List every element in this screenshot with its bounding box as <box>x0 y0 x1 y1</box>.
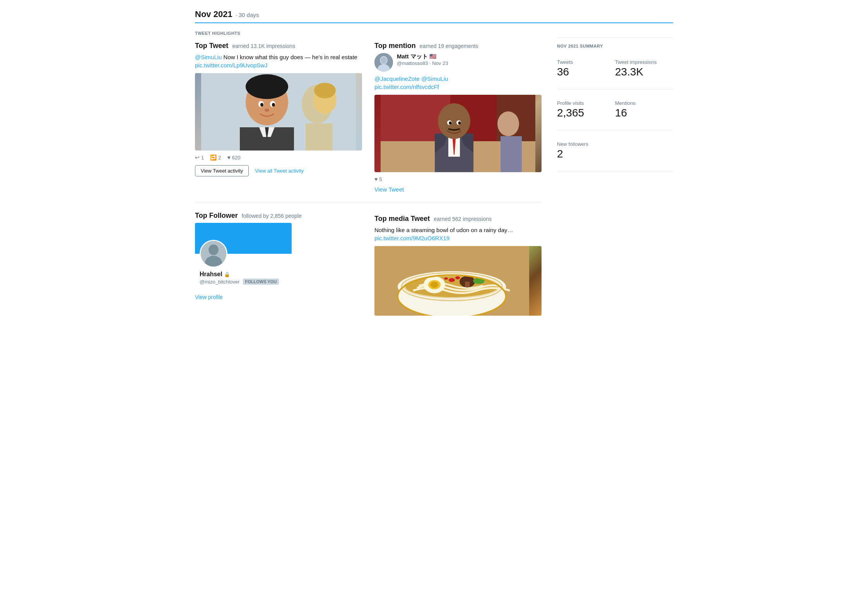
mention-tweet-stats: ♥ 5 <box>374 176 542 182</box>
mention-info: Matt マット 🇺🇸 @mattosso83 · Nov 23 <box>397 53 542 66</box>
follower-card-section: Hrahsel 🔒 @mizo_bitchlover FOLLOWS YOU <box>195 223 362 289</box>
top-media-impressions: earned 562 impressions <box>434 216 492 222</box>
top-follower-label: Top Follower <box>195 212 238 219</box>
stats-divider-2 <box>557 130 673 130</box>
main-layout: TWEET HIGHLIGHTS Top Tweet earned 13.1K … <box>195 31 673 316</box>
follower-avatar <box>200 240 227 268</box>
follower-avatar-wrap <box>200 240 287 268</box>
top-mention-block: Top mention earned 19 engagements <box>374 42 542 193</box>
right-sidebar: NOV 2021 SUMMARY Tweets 36 Tweet impress… <box>557 31 673 316</box>
top-media-image-link[interactable]: pic.twitter.com/9M2uO6RX19 <box>374 235 449 241</box>
top-media-header: Top media Tweet earned 562 impressions <box>374 215 542 223</box>
tweets-value: 36 <box>557 66 615 78</box>
mention-image-link[interactable]: pic.twitter.com/nlfsvcdcFf <box>374 84 439 90</box>
svg-point-14 <box>314 83 336 98</box>
left-column: TWEET HIGHLIGHTS Top Tweet earned 13.1K … <box>195 31 542 316</box>
view-profile-link[interactable]: View profile <box>195 294 223 300</box>
mentions-label: Mentions <box>615 100 673 106</box>
page-subtitle: · 30 days <box>236 12 259 18</box>
highlights-section-label: TWEET HIGHLIGHTS <box>195 31 542 36</box>
mention-date: · Nov 23 <box>429 60 448 66</box>
top-media-image <box>374 246 542 316</box>
bottom-highlights-grid: Top Follower followed by 2,856 people <box>195 212 542 316</box>
lock-icon: 🔒 <box>224 272 230 277</box>
sidebar-top-divider <box>557 37 673 38</box>
mention-handle-date: @mattosso83 · Nov 23 <box>397 60 542 66</box>
top-mention-engagements: earned 19 engagements <box>420 43 478 49</box>
mention-jacqueline-link[interactable]: @JacquelineZote <box>374 75 420 82</box>
top-tweet-mention-link[interactable]: @SimuLiu <box>195 54 222 60</box>
mention-author-name: Matt マット 🇺🇸 <box>397 53 542 60</box>
svg-rect-47 <box>465 282 470 287</box>
mention-tweet-image <box>374 95 542 172</box>
mention-likes-stat: ♥ 5 <box>374 176 382 182</box>
follows-you-badge: FOLLOWS YOU <box>243 279 279 285</box>
svg-point-4 <box>246 74 288 99</box>
mention-like-icon: ♥ <box>374 176 378 182</box>
svg-point-45 <box>431 282 438 288</box>
reply-icon: ↩ <box>195 154 200 161</box>
highlights-divider <box>195 202 542 202</box>
mention-simu-link[interactable]: @SimuLiu <box>421 75 448 82</box>
mentions-stat-cell: Mentions 16 <box>615 96 673 124</box>
top-mention-label: Top mention <box>374 42 416 50</box>
like-icon: ♥ <box>227 154 230 161</box>
svg-rect-34 <box>501 136 522 172</box>
top-tweet-image-link[interactable]: pic.twitter.com/Lp9UvopSwJ <box>195 62 268 68</box>
retweet-icon: 🔁 <box>210 154 217 161</box>
profile-visits-label: Profile visits <box>557 100 615 106</box>
follower-display-name: Hrahsel <box>200 271 222 278</box>
tweet-replies-count: 1 <box>201 155 204 161</box>
mention-avatar-img <box>374 53 393 72</box>
view-tweet-link[interactable]: View Tweet <box>374 186 404 193</box>
mention-avatar-svg <box>374 53 393 72</box>
highlights-grid: Top Tweet earned 13.1K impressions @Simu… <box>195 42 542 193</box>
follower-name: Hrahsel 🔒 <box>200 271 287 278</box>
tweet-likes-count: 620 <box>232 155 241 161</box>
top-tweet-body: Now I know what this guy does — he's in … <box>222 54 357 60</box>
follower-card: Hrahsel 🔒 @mizo_bitchlover FOLLOWS YOU <box>195 223 292 289</box>
new-followers-stat-cell: New followers 2 <box>557 137 673 165</box>
sidebar-section-label: NOV 2021 SUMMARY <box>557 44 673 48</box>
page-container: Nov 2021 · 30 days TWEET HIGHLIGHTS Top … <box>183 0 685 325</box>
mention-tweet-text: @JacquelineZote @SimuLiu pic.twitter.com… <box>374 75 542 91</box>
top-follower-header: Top Follower followed by 2,856 people <box>195 212 362 220</box>
follower-body: Hrahsel 🔒 @mizo_bitchlover FOLLOWS YOU <box>195 240 292 289</box>
svg-point-36 <box>208 244 219 255</box>
top-tweet-impressions: earned 13.1K impressions <box>232 43 296 49</box>
tweet-retweets-stat: 🔁 2 <box>210 154 221 161</box>
page-title: Nov 2021 <box>195 9 232 19</box>
top-media-label: Top media Tweet <box>374 215 430 222</box>
udon-svg <box>374 246 529 316</box>
tweets-stat-cell: Tweets 36 <box>557 55 615 83</box>
view-tweet-activity-button[interactable]: View Tweet activity <box>195 165 249 176</box>
mention-image-svg <box>381 95 535 172</box>
follower-avatar-inner <box>201 241 226 267</box>
view-all-tweet-activity-link[interactable]: View all Tweet activity <box>255 168 304 174</box>
svg-point-10 <box>260 103 263 107</box>
svg-point-49 <box>455 276 460 279</box>
top-follower-block: Top Follower followed by 2,856 people <box>195 212 362 316</box>
mention-handle: @mattosso83 <box>397 60 428 66</box>
profile-visits-value: 2,365 <box>557 107 615 119</box>
top-tweet-image <box>195 73 362 150</box>
top-tweet-stats: ↩ 1 🔁 2 ♥ 620 <box>195 154 362 161</box>
svg-point-31 <box>449 121 452 125</box>
top-tweet-block: Top Tweet earned 13.1K impressions @Simu… <box>195 42 362 193</box>
top-follower-count: followed by 2,856 people <box>242 213 302 219</box>
svg-point-50 <box>444 277 448 280</box>
stats-divider-1 <box>557 89 673 89</box>
tweet-retweets-count: 2 <box>218 155 221 161</box>
svg-point-11 <box>272 103 275 107</box>
top-tweet-text: @SimuLiu Now I know what this guy does —… <box>195 53 362 69</box>
page-header: Nov 2021 · 30 days <box>195 9 673 19</box>
mentions-value: 16 <box>615 107 673 119</box>
follower-avatar-svg <box>201 240 226 267</box>
top-media-tweet-text: Nothing like a steaming bowl of udon on … <box>374 226 542 242</box>
top-media-block: Top media Tweet earned 562 impressions N… <box>374 212 542 316</box>
svg-point-18 <box>381 57 387 64</box>
new-followers-label: New followers <box>557 141 673 147</box>
impressions-value: 23.3K <box>615 66 673 78</box>
top-tweet-actions: View Tweet activity View all Tweet activ… <box>195 165 362 176</box>
follower-handle: @mizo_bitchlover <box>200 279 240 285</box>
